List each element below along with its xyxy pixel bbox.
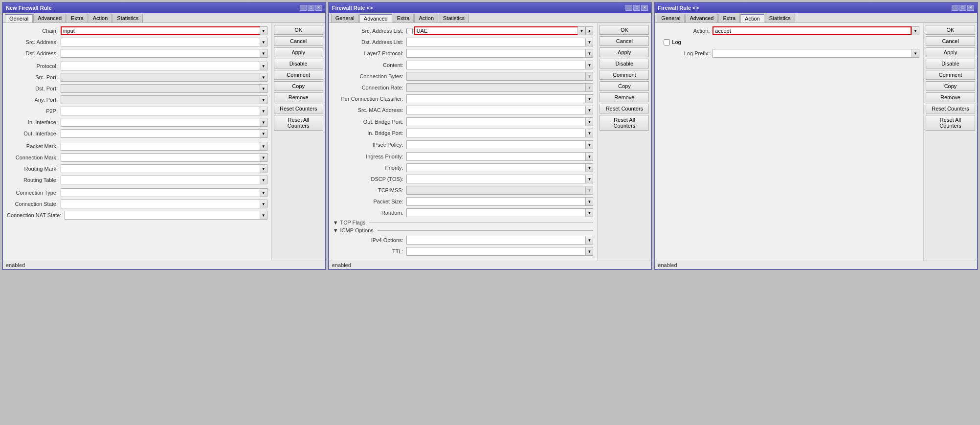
apply-btn-2[interactable]: Apply bbox=[600, 47, 649, 57]
ipv4-options-arrow[interactable]: ▼ bbox=[585, 236, 593, 245]
routing-mark-arrow[interactable]: ▼ bbox=[260, 164, 267, 173]
priority-arrow[interactable]: ▼ bbox=[585, 163, 593, 172]
src-mac-address-arrow[interactable]: ▼ bbox=[585, 106, 593, 114]
action-input[interactable] bbox=[713, 26, 912, 35]
any-port-arrow[interactable]: ▼ bbox=[260, 95, 267, 104]
log-prefix-arrow[interactable]: ▼ bbox=[912, 49, 919, 58]
in-bridge-port-input[interactable] bbox=[406, 129, 594, 137]
tab-extra-3[interactable]: Extra bbox=[718, 14, 740, 22]
content-arrow[interactable]: ▼ bbox=[585, 61, 593, 69]
dst-port-arrow[interactable]: ▼ bbox=[260, 84, 267, 93]
routing-mark-input[interactable] bbox=[61, 164, 267, 173]
ok-btn-3[interactable]: OK bbox=[926, 25, 975, 35]
src-address-list-input[interactable] bbox=[414, 26, 594, 35]
tab-general-1[interactable]: General bbox=[5, 14, 33, 22]
ipv4-options-input[interactable] bbox=[406, 236, 594, 245]
remove-btn-3[interactable]: Remove bbox=[926, 92, 975, 102]
connection-mark-input[interactable] bbox=[61, 153, 267, 162]
tab-advanced-3[interactable]: Advanced bbox=[685, 14, 718, 22]
minimize-btn-3[interactable]: — bbox=[952, 5, 958, 11]
any-port-input[interactable] bbox=[61, 95, 267, 104]
content-input[interactable] bbox=[406, 61, 594, 69]
connection-nat-arrow[interactable]: ▼ bbox=[260, 211, 267, 220]
apply-btn-1[interactable]: Apply bbox=[274, 47, 323, 57]
tab-extra-2[interactable]: Extra bbox=[393, 14, 414, 22]
layer7-protocol-input[interactable] bbox=[406, 49, 594, 58]
connection-state-input[interactable] bbox=[61, 200, 267, 208]
in-interface-input[interactable] bbox=[61, 118, 267, 127]
out-interface-input[interactable] bbox=[61, 129, 267, 138]
p2p-input[interactable] bbox=[61, 107, 267, 115]
random-input[interactable] bbox=[406, 208, 594, 217]
ok-btn-2[interactable]: OK bbox=[600, 25, 649, 35]
chain-input[interactable] bbox=[61, 26, 267, 35]
out-interface-arrow[interactable]: ▼ bbox=[260, 129, 267, 138]
dst-address-input[interactable] bbox=[61, 49, 267, 58]
protocol-input[interactable] bbox=[61, 62, 267, 70]
p2p-arrow[interactable]: ▼ bbox=[260, 107, 267, 115]
src-address-list-down-arrow[interactable]: ▼ bbox=[578, 26, 585, 35]
cancel-btn-1[interactable]: Cancel bbox=[274, 36, 323, 46]
connection-state-arrow[interactable]: ▼ bbox=[260, 200, 267, 208]
tab-statistics-3[interactable]: Statistics bbox=[765, 14, 795, 22]
packet-size-input[interactable] bbox=[406, 197, 594, 206]
tab-general-2[interactable]: General bbox=[331, 14, 359, 22]
src-port-input[interactable] bbox=[61, 73, 267, 82]
tab-action-1[interactable]: Action bbox=[89, 14, 112, 22]
action-dropdown-arrow[interactable]: ▼ bbox=[912, 26, 919, 35]
routing-table-input[interactable] bbox=[61, 176, 267, 184]
dst-port-input[interactable] bbox=[61, 84, 267, 93]
copy-btn-3[interactable]: Copy bbox=[926, 81, 975, 91]
in-interface-arrow[interactable]: ▼ bbox=[260, 118, 267, 127]
tab-advanced-2[interactable]: Advanced bbox=[359, 14, 392, 22]
remove-btn-2[interactable]: Remove bbox=[600, 92, 649, 102]
tab-action-3[interactable]: Action bbox=[740, 14, 764, 22]
tab-general-3[interactable]: General bbox=[657, 14, 685, 22]
reset-counters-btn-1[interactable]: Reset Counters bbox=[274, 104, 323, 113]
maximize-btn-1[interactable]: □ bbox=[308, 5, 314, 11]
src-address-list-up-arrow[interactable]: ▲ bbox=[585, 26, 593, 35]
dscp-tos-arrow[interactable]: ▼ bbox=[585, 175, 593, 183]
protocol-arrow[interactable]: ▼ bbox=[260, 62, 267, 70]
per-connection-classifier-input[interactable] bbox=[406, 94, 594, 103]
disable-btn-1[interactable]: Disable bbox=[274, 59, 323, 68]
dst-address-list-input[interactable] bbox=[406, 38, 594, 46]
chain-dropdown-arrow[interactable]: ▼ bbox=[260, 26, 267, 35]
ok-btn-1[interactable]: OK bbox=[274, 25, 323, 35]
ingress-priority-input[interactable] bbox=[406, 152, 594, 161]
ttl-input[interactable] bbox=[406, 247, 594, 256]
cancel-btn-2[interactable]: Cancel bbox=[600, 36, 649, 46]
close-btn-2[interactable]: ✕ bbox=[641, 5, 648, 11]
tab-action-2[interactable]: Action bbox=[414, 14, 438, 22]
tcp-flags-collapse-arrow[interactable]: ▼ bbox=[333, 220, 338, 225]
disable-btn-3[interactable]: Disable bbox=[926, 59, 975, 68]
reset-counters-btn-3[interactable]: Reset Counters bbox=[926, 104, 975, 113]
copy-btn-1[interactable]: Copy bbox=[274, 81, 323, 91]
minimize-btn-1[interactable]: — bbox=[300, 5, 307, 11]
packet-mark-arrow[interactable]: ▼ bbox=[260, 142, 267, 151]
tab-statistics-1[interactable]: Statistics bbox=[112, 14, 143, 22]
maximize-btn-3[interactable]: □ bbox=[959, 5, 966, 11]
log-checkbox[interactable] bbox=[664, 39, 670, 45]
ingress-priority-arrow[interactable]: ▼ bbox=[585, 152, 593, 161]
ipsec-policy-input[interactable] bbox=[406, 140, 594, 149]
reset-all-counters-btn-3[interactable]: Reset All Counters bbox=[926, 115, 975, 131]
layer7-protocol-arrow[interactable]: ▼ bbox=[585, 49, 593, 58]
maximize-btn-2[interactable]: □ bbox=[633, 5, 640, 11]
src-mac-address-input[interactable] bbox=[406, 106, 594, 114]
dst-address-arrow[interactable]: ▼ bbox=[260, 49, 267, 58]
src-address-list-checkbox[interactable] bbox=[406, 28, 413, 34]
tab-statistics-2[interactable]: Statistics bbox=[439, 14, 469, 22]
ttl-arrow[interactable]: ▼ bbox=[585, 247, 593, 256]
cancel-btn-3[interactable]: Cancel bbox=[926, 36, 975, 46]
comment-btn-1[interactable]: Comment bbox=[274, 70, 323, 80]
log-prefix-input[interactable] bbox=[713, 49, 919, 58]
connection-mark-arrow[interactable]: ▼ bbox=[260, 153, 267, 162]
packet-mark-input[interactable] bbox=[61, 142, 267, 151]
reset-all-counters-btn-1[interactable]: Reset All Counters bbox=[274, 115, 323, 131]
remove-btn-1[interactable]: Remove bbox=[274, 92, 323, 102]
copy-btn-2[interactable]: Copy bbox=[600, 81, 649, 91]
dst-address-list-arrow[interactable]: ▼ bbox=[585, 38, 593, 46]
per-connection-classifier-arrow[interactable]: ▼ bbox=[585, 94, 593, 103]
reset-all-counters-btn-2[interactable]: Reset All Counters bbox=[600, 115, 649, 131]
